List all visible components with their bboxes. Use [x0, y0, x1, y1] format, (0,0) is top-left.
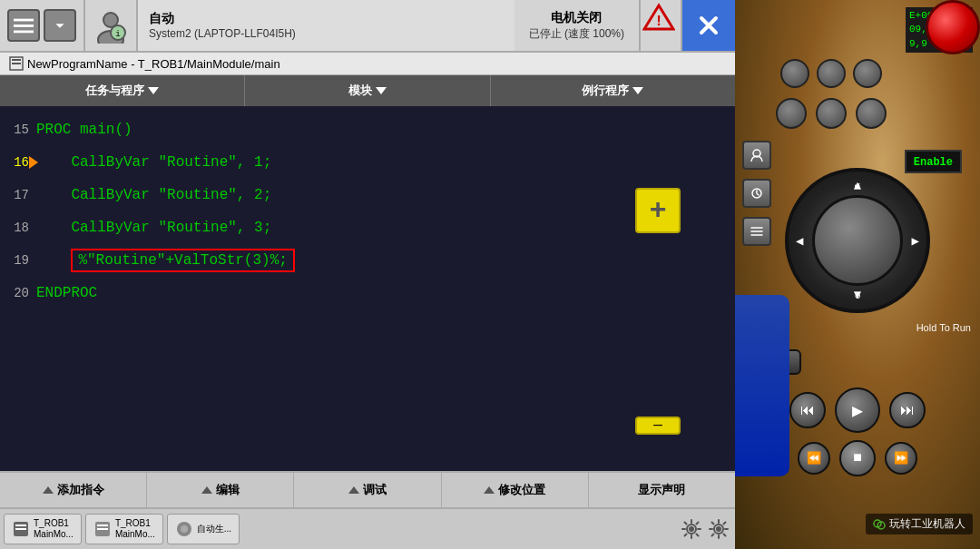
task2-line1: 自动生...	[197, 524, 231, 534]
top-btn-2[interactable]	[817, 59, 846, 88]
taskbar-text-1: T_ROB1 MainMo...	[115, 518, 155, 540]
motor-status: 电机关闭 已停止 (速度 100%)	[514, 0, 641, 51]
line-content-17: CallByVar "Routine", 2;	[36, 187, 735, 203]
close-button[interactable]	[681, 0, 735, 51]
code-line-18[interactable]: 18 CallByVar "Routine", 3;	[0, 211, 735, 244]
watermark-text: 玩转工业机器人	[889, 516, 965, 532]
wechat-icon	[873, 518, 886, 531]
svg-text:i: i	[115, 30, 120, 39]
gear-icon-2[interactable]	[706, 516, 731, 542]
nav-modules-label: 模块	[348, 83, 372, 99]
code-line-20[interactable]: 20 ENDPROC	[0, 277, 735, 309]
edit-button[interactable]: 编辑	[147, 473, 294, 507]
taskbar-item-2[interactable]: 自动生...	[167, 514, 240, 544]
media-buttons: ⏮ ▶ ⏭ ⏪ ■ ⏩	[789, 387, 926, 476]
controller-overlay: E+09,9E+09 09,0E+09 9,9	[735, 0, 980, 549]
nav-modules[interactable]: 模块	[245, 75, 490, 106]
system-label: System2 (LAPTOP-LLF04I5H)	[149, 27, 504, 40]
modify-position-button[interactable]: 修改位置	[442, 473, 589, 507]
side-btn-3[interactable]	[742, 217, 771, 246]
joy-right-arrow: ▶	[912, 233, 919, 249]
minus-button[interactable]: —	[635, 417, 681, 435]
line-num-17: 17	[0, 188, 36, 202]
joystick-ring: ↺ ↻	[812, 195, 903, 286]
taskbar-item-1[interactable]: T_ROB1 MainMo...	[85, 514, 163, 544]
side-btn-2[interactable]	[742, 179, 771, 208]
taskbar-icon-1	[93, 520, 112, 538]
svg-rect-14	[15, 528, 26, 530]
modify-arrow-icon	[484, 486, 495, 494]
svg-point-21	[689, 526, 694, 532]
svg-text:!: !	[654, 14, 663, 30]
edit-label: 编辑	[216, 482, 240, 498]
nav-tasks[interactable]: 任务与程序	[0, 75, 245, 106]
nav-tasks-arrow	[148, 87, 159, 94]
play-button[interactable]: ▶	[835, 387, 880, 433]
back-button[interactable]: ⏪	[798, 442, 830, 475]
chevron-down-button[interactable]	[44, 9, 76, 42]
code-line-19[interactable]: 19 %"Routine"+ValToStr(3)%;	[0, 244, 735, 277]
side-icon-3	[749, 223, 765, 240]
side-btn-1[interactable]	[742, 141, 771, 170]
side-icon-1	[749, 147, 765, 163]
svg-point-23	[716, 526, 721, 532]
bottom-bar: 添加指令 编辑 调试 修改位置 显示声明	[0, 471, 735, 507]
mid-btn-1[interactable]	[776, 98, 807, 129]
prev-button[interactable]: ⏮	[789, 392, 826, 428]
motor-status-sub: 已停止 (速度 100%)	[529, 26, 624, 42]
top-btn-1[interactable]	[780, 59, 809, 88]
code-line-17[interactable]: 17 CallByVar "Routine", 2;	[0, 179, 735, 211]
taskbar-gear-area	[679, 516, 731, 542]
user-icon-area: i	[85, 0, 138, 51]
blue-accent-band	[735, 295, 789, 476]
line-num-16: 16	[0, 155, 36, 170]
mode-label: 自动	[149, 11, 174, 27]
fwd-button[interactable]: ⏩	[885, 442, 917, 475]
side-icon-2	[749, 185, 765, 201]
line-num-19: 19	[0, 253, 36, 268]
next-button[interactable]: ⏭	[889, 392, 926, 428]
emergency-stop-button[interactable]	[926, 0, 980, 54]
add-instruction-button[interactable]: 添加指令	[0, 473, 147, 507]
taskbar-text-0: T_ROB1 MainMo...	[34, 518, 74, 540]
edit-arrow-icon	[201, 486, 212, 494]
gear-icon-1[interactable]	[679, 516, 704, 542]
joystick[interactable]: ▲ ▼ ◀ ▶ ↺ ↻	[785, 168, 930, 313]
mid-btn-3[interactable]	[856, 98, 887, 129]
nav-bar: 任务与程序 模块 例行程序	[0, 75, 735, 106]
modify-position-label: 修改位置	[498, 482, 545, 498]
minus-label: —	[653, 417, 662, 434]
stop-button[interactable]: ■	[839, 440, 876, 476]
nav-routines[interactable]: 例行程序	[491, 75, 735, 106]
nav-tasks-label: 任务与程序	[85, 83, 144, 99]
status-top: 自动	[149, 11, 504, 27]
active-arrow	[29, 156, 38, 169]
plus-button[interactable]: +	[635, 188, 681, 233]
breadcrumb-icon	[9, 56, 24, 71]
line-content-19: %"Routine"+ValToStr(3)%;	[36, 252, 735, 269]
user-icon: i	[93, 7, 129, 44]
hold-run-text: Hold To Run	[916, 322, 971, 333]
debug-button[interactable]: 调试	[294, 473, 441, 507]
taskbar-item-0[interactable]: T_ROB1 MainMo...	[4, 514, 82, 544]
breadcrumb: NewProgramName - T_ROB1/MainModule/main	[0, 53, 735, 75]
code-line-16[interactable]: 16 CallByVar "Routine", 1;	[0, 146, 735, 179]
mid-btn-2[interactable]	[816, 98, 847, 129]
enable-label: Enable	[914, 156, 953, 169]
hamburger-button[interactable]	[7, 9, 40, 42]
code-inner: 15 PROC main() 16 CallByVar "Routine", 1…	[0, 106, 735, 317]
warning-svg: !	[642, 2, 675, 34]
top-btn-3[interactable]	[853, 59, 882, 88]
top-btn-row	[780, 59, 882, 88]
add-instruction-label: 添加指令	[57, 482, 104, 498]
media-row-2: ⏪ ■ ⏩	[798, 440, 917, 476]
svg-rect-0	[14, 19, 34, 22]
show-declaration-button[interactable]: 显示声明	[589, 473, 735, 507]
code-line-15[interactable]: 15 PROC main()	[0, 113, 735, 146]
joystick-outer: ▲ ▼ ◀ ▶ ↺ ↻	[785, 168, 930, 313]
debug-arrow-icon	[348, 486, 359, 494]
motor-status-label: 电机关闭	[529, 10, 624, 26]
svg-rect-1	[14, 25, 34, 27]
breadcrumb-text: NewProgramName - T_ROB1/MainModule/main	[27, 57, 280, 71]
nav-routines-label: 例行程序	[582, 83, 629, 99]
